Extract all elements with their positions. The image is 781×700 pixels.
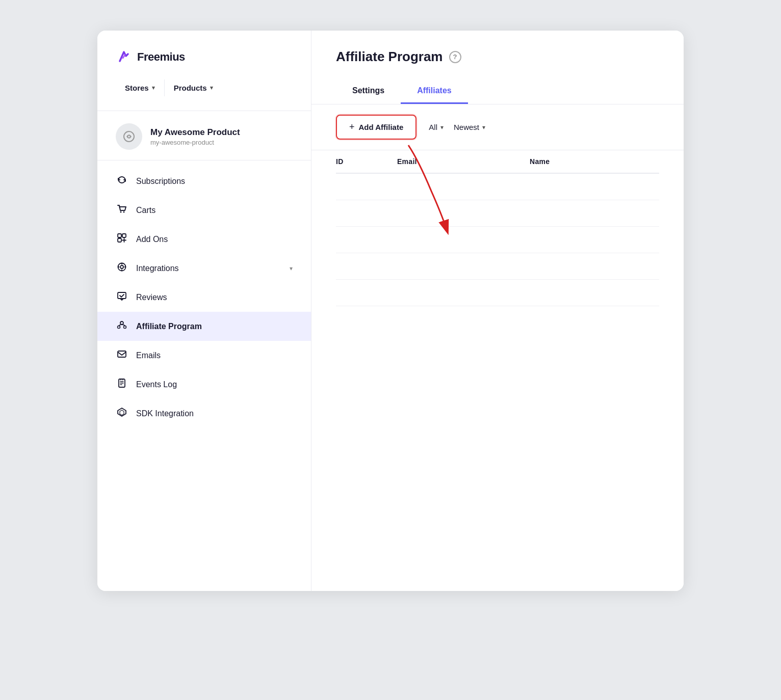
table-row: [336, 253, 659, 280]
table-row: [336, 200, 659, 227]
tab-settings[interactable]: Settings: [336, 79, 401, 104]
reviews-label: Reviews: [136, 293, 167, 302]
emails-label: Emails: [136, 351, 161, 360]
help-icon[interactable]: ?: [449, 51, 461, 63]
svg-point-3: [123, 211, 125, 213]
sort-chevron-icon: ▾: [482, 124, 485, 131]
svg-point-2: [120, 211, 122, 213]
integrations-icon: [116, 262, 128, 275]
stores-label: Stores: [125, 84, 149, 92]
sidebar-item-reviews[interactable]: Reviews: [97, 283, 311, 312]
svg-rect-5: [122, 234, 126, 237]
main-content: Affiliate Program ? Settings Affiliates …: [311, 31, 684, 591]
product-info: My Awesome Product my-awesome-product: [150, 127, 240, 146]
sdk-icon: [116, 407, 128, 420]
sidebar-header: Freemius Stores ▾ Products ▾: [97, 31, 311, 111]
addons-icon: [116, 233, 128, 246]
affiliate-icon: [116, 320, 128, 333]
reviews-icon: [116, 291, 128, 304]
svg-rect-4: [118, 234, 121, 237]
sidebar-item-emails[interactable]: Emails: [97, 341, 311, 370]
sidebar: Freemius Stores ▾ Products ▾: [97, 31, 311, 591]
app-container: Freemius Stores ▾ Products ▾: [97, 31, 684, 591]
table-row: [336, 174, 659, 200]
col-email: Email: [397, 157, 530, 166]
nav-dropdowns: Stores ▾ Products ▾: [116, 79, 293, 96]
products-dropdown[interactable]: Products ▾: [165, 79, 222, 96]
tab-affiliates[interactable]: Affiliates: [401, 79, 468, 104]
product-name: My Awesome Product: [150, 127, 240, 138]
stores-chevron-icon: ▾: [152, 85, 155, 91]
product-row: My Awesome Product my-awesome-product: [97, 111, 311, 160]
logo-text: Freemius: [137, 50, 185, 64]
svg-rect-17: [118, 351, 126, 357]
sidebar-item-subscriptions[interactable]: Subscriptions: [97, 167, 311, 196]
sort-label: Newest: [454, 123, 479, 131]
svg-point-7: [120, 265, 123, 268]
svg-point-0: [124, 131, 134, 142]
filter-label: All: [429, 123, 437, 131]
svg-rect-13: [118, 292, 126, 299]
carts-icon: [116, 204, 128, 217]
avatar: [116, 123, 142, 150]
tabs-row: Settings Affiliates: [336, 79, 659, 104]
stores-dropdown[interactable]: Stores ▾: [116, 79, 165, 96]
sidebar-nav: Subscriptions Carts Add Ons Integrations: [97, 160, 311, 591]
sidebar-item-sdk-integration[interactable]: SDK Integration: [97, 399, 311, 428]
sidebar-item-events-log[interactable]: Events Log: [97, 370, 311, 399]
products-label: Products: [174, 84, 207, 92]
svg-point-14: [120, 321, 123, 325]
integrations-chevron-icon: ▾: [290, 265, 293, 272]
freemius-logo-icon: [116, 49, 132, 65]
col-name: Name: [530, 157, 659, 166]
affiliate-program-label: Affiliate Program: [136, 322, 202, 331]
svg-marker-20: [120, 410, 124, 415]
toolbar: + Add Affiliate All ▾ Newest ▾: [311, 104, 684, 150]
emails-icon: [116, 349, 128, 362]
sidebar-item-addons[interactable]: Add Ons: [97, 225, 311, 254]
filter-chevron-icon: ▾: [440, 124, 444, 131]
events-log-icon: [116, 378, 128, 391]
svg-rect-6: [118, 238, 121, 242]
sort-dropdown[interactable]: Newest ▾: [454, 123, 485, 131]
subscriptions-label: Subscriptions: [136, 177, 185, 186]
integrations-label: Integrations: [136, 264, 179, 273]
products-chevron-icon: ▾: [210, 85, 213, 91]
table-row: [336, 280, 659, 306]
sidebar-item-integrations[interactable]: Integrations ▾: [97, 254, 311, 283]
plus-icon: +: [349, 122, 355, 132]
table-row: [336, 227, 659, 253]
sdk-integration-label: SDK Integration: [136, 409, 194, 418]
events-log-label: Events Log: [136, 380, 177, 389]
subscriptions-icon: [116, 175, 128, 187]
page-title-row: Affiliate Program ?: [336, 49, 659, 65]
add-affiliate-button[interactable]: + Add Affiliate: [336, 115, 416, 140]
table-container: ID Email Name: [311, 150, 684, 591]
sidebar-item-carts[interactable]: Carts: [97, 196, 311, 225]
filter-dropdown[interactable]: All ▾: [429, 123, 444, 131]
page-title: Affiliate Program: [336, 49, 443, 65]
carts-label: Carts: [136, 206, 155, 215]
product-slug: my-awesome-product: [150, 139, 240, 146]
add-affiliate-label: Add Affiliate: [359, 123, 404, 131]
col-id: ID: [336, 157, 397, 166]
addons-label: Add Ons: [136, 235, 168, 244]
svg-point-1: [128, 136, 131, 138]
table-header: ID Email Name: [336, 150, 659, 174]
logo-row: Freemius: [116, 49, 293, 65]
sidebar-item-affiliate-program[interactable]: Affiliate Program: [97, 312, 311, 341]
main-header: Affiliate Program ? Settings Affiliates: [311, 31, 684, 104]
